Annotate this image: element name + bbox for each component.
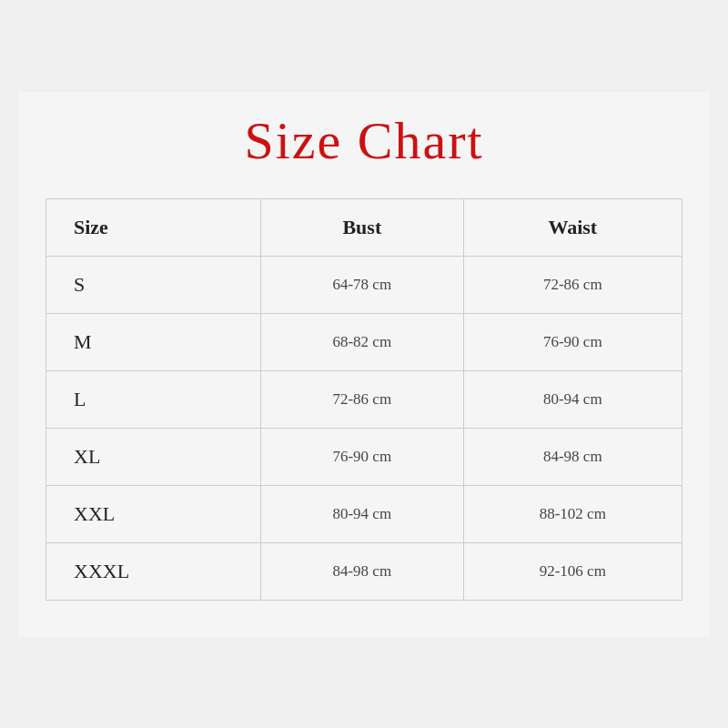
- col-header-size: Size: [46, 198, 261, 256]
- cell-bust: 64-78 cm: [261, 256, 464, 313]
- cell-bust: 80-94 cm: [261, 485, 464, 542]
- table-row: M68-82 cm76-90 cm: [46, 313, 682, 370]
- col-header-bust: Bust: [261, 198, 464, 256]
- cell-bust: 68-82 cm: [261, 313, 464, 370]
- cell-size: M: [46, 313, 261, 370]
- page-title: Size Chart: [46, 110, 682, 171]
- cell-size: XXXL: [46, 542, 261, 600]
- table-row: L72-86 cm80-94 cm: [46, 370, 682, 428]
- table-row: XXL80-94 cm88-102 cm: [46, 485, 682, 542]
- cell-size: XL: [46, 428, 261, 485]
- cell-waist: 76-90 cm: [463, 313, 682, 370]
- cell-size: S: [46, 256, 261, 313]
- table-header-row: Size Bust Waist: [46, 198, 682, 256]
- table-row: S64-78 cm72-86 cm: [46, 256, 682, 313]
- cell-bust: 72-86 cm: [261, 370, 464, 428]
- cell-bust: 84-98 cm: [261, 542, 464, 600]
- cell-waist: 92-106 cm: [463, 542, 682, 600]
- col-header-waist: Waist: [463, 198, 682, 256]
- size-chart-container: Size Chart Size Bust Waist S64-78 cm72-8…: [18, 92, 710, 637]
- cell-waist: 84-98 cm: [463, 428, 682, 485]
- cell-waist: 80-94 cm: [463, 370, 682, 428]
- cell-waist: 88-102 cm: [463, 485, 682, 542]
- size-table: Size Bust Waist S64-78 cm72-86 cmM68-82 …: [46, 198, 682, 601]
- table-row: XXXL84-98 cm92-106 cm: [46, 542, 682, 600]
- table-row: XL76-90 cm84-98 cm: [46, 428, 682, 485]
- cell-waist: 72-86 cm: [463, 256, 682, 313]
- cell-size: L: [46, 370, 261, 428]
- cell-size: XXL: [46, 485, 261, 542]
- cell-bust: 76-90 cm: [261, 428, 464, 485]
